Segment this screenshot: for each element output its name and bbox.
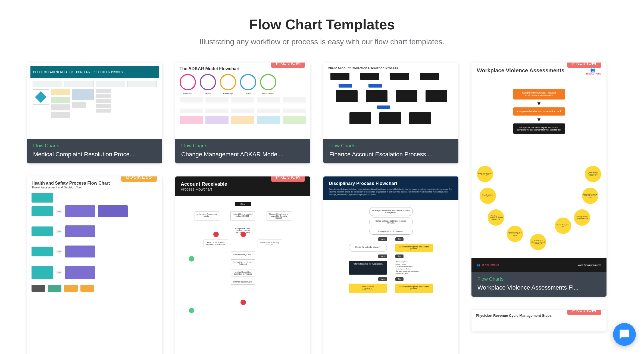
template-card-medical[interactable]: OFFICE OF PATIENT RELATIONS COMPLAINT RE…: [27, 63, 162, 163]
page-title: Flow Chart Templates: [27, 16, 617, 33]
card-category: Flow Charts: [33, 143, 156, 149]
flow-box: Complete the Risk Factor Selection Tool: [513, 107, 565, 116]
card-category: Flow Charts: [329, 143, 452, 149]
card-thumbnail: OFFICE OF PATIENT RELATIONS COMPLAINT RE…: [27, 63, 162, 139]
adkar-label: Knowledge: [220, 92, 236, 94]
risk-circle: Working in a Community-based Setting (CB…: [530, 234, 546, 250]
disc-dark-node: Refer to the police for investigation.: [349, 261, 387, 274]
risk-circle: Handling Cash (HC): [480, 188, 496, 204]
chat-widget-button[interactable]: [613, 323, 636, 346]
thumb-title: Workplace Violence Assessments: [477, 67, 601, 73]
thumb-title-b: Process Flowchart: [181, 187, 305, 191]
business-badge: BUSINESS: [121, 176, 157, 182]
adkar-label: Ability: [240, 92, 256, 94]
card-thumbnail: Disciplinary Process Flowchart Organizat…: [323, 176, 458, 354]
template-card-violence[interactable]: PREMIUM Workplace Violence Assessments 👥…: [471, 63, 607, 297]
ar-client-node: Client: [235, 202, 251, 206]
risk-circle: Mobile Workplace (MW): [555, 218, 571, 234]
disc-yellow-node: Consider other options and end the proce…: [395, 284, 433, 293]
flow-box: Complete the General Physical Environmen…: [513, 89, 565, 100]
yes-tag: Yes: [378, 237, 387, 241]
card-title: Finance Account Escalation Process ...: [329, 151, 452, 158]
card-thumbnail: Client Account Collection Escalation Pro…: [323, 63, 458, 139]
card-caption: Flow Charts Medical Complaint Resolution…: [27, 139, 162, 163]
disc-yellow-node: Consider other options and end the proce…: [395, 244, 433, 252]
page-root: Flow Chart Templates Illustrating any wo…: [0, 0, 644, 354]
grid-column: PREMIUM The ADKAR Model Flowchart Awaren…: [175, 63, 310, 354]
card-thumbnail: Health and Safety Process Flow Chart Thr…: [27, 176, 162, 354]
page-subtitle: Illustrating any workflow or process is …: [27, 38, 617, 46]
no-tag: No: [395, 254, 404, 258]
card-caption: Flow Charts Change Management ADKAR Mode…: [175, 139, 310, 163]
card-title: Workplace Violence Assessments Fl...: [477, 284, 601, 291]
thumb-subtitle: Organizations follow a disciplinary proc…: [329, 188, 453, 196]
disc-node: An alleged behavior or performance probl…: [369, 207, 413, 216]
thumb-title: Client Account Collection Escalation Pro…: [328, 66, 454, 70]
adkar-label: Awareness: [180, 92, 196, 94]
no-tag: No: [395, 277, 404, 281]
card-caption: Flow Charts Finance Account Escalation P…: [323, 139, 458, 163]
template-card-disc[interactable]: Disciplinary Process Flowchart Organizat…: [323, 176, 458, 354]
grid-column: Client Account Collection Escalation Pro…: [323, 63, 458, 354]
template-grid: OFFICE OF PATIENT RELATIONS COMPLAINT RE…: [27, 63, 617, 354]
risk-circle: Direct Contact with Clients (CC): [477, 166, 493, 182]
grid-column: OFFICE OF PATIENT RELATIONS COMPLAINT RE…: [27, 63, 162, 354]
card-caption: Flow Charts Workplace Violence Assessmen…: [471, 272, 607, 297]
card-category: Flow Charts: [477, 276, 601, 282]
chat-icon: [619, 329, 630, 340]
premium-badge: PREMIUM: [567, 63, 601, 68]
card-thumbnail: The ADKAR Model Flowchart Awareness Desi…: [175, 63, 310, 139]
template-card-adkar[interactable]: PREMIUM The ADKAR Model Flowchart Awaren…: [175, 63, 310, 163]
risk-circle: Working Alone or in Small Numbers (SN): [507, 226, 523, 242]
thumb-title: Disciplinary Process Flowchart: [329, 181, 453, 186]
risk-circle: Working with Unstable or Volatile Client…: [488, 209, 504, 226]
risk-circle: Working in High-Crime Areas (CA): [574, 209, 590, 226]
yes-tag: Yes: [378, 254, 387, 258]
adkar-label: Desire: [200, 92, 216, 94]
disc-node: Collect facts and get the right people i…: [369, 218, 413, 226]
template-card-finance[interactable]: Client Account Collection Escalation Pro…: [323, 63, 458, 163]
hr-logo: 👥 HR SOLUTIONS: [585, 67, 601, 75]
card-title: Medical Complaint Resolution Proce...: [33, 151, 156, 158]
card-thumbnail: Account Receivable Process Flowchart Cli…: [175, 176, 310, 354]
template-card-health[interactable]: BUSINESS Health and Safety Process Flow …: [27, 176, 162, 354]
premium-badge: PREMIUM: [567, 310, 601, 315]
grid-column: PREMIUM Workplace Violence Assessments 👥…: [471, 63, 607, 354]
thumb-title-a: Account Receivable: [181, 181, 305, 187]
page-header: Flow Chart Templates Illustrating any wo…: [27, 16, 617, 46]
risk-circle: Transporting People and/or Goods (TG): [585, 166, 601, 182]
adkar-label: Reinforcement: [260, 92, 276, 94]
template-card-physician[interactable]: PREMIUM Physician Revenue Cycle Manageme…: [471, 310, 607, 331]
risk-circle: Securing/Protecting Valuable Goods (SV): [582, 188, 598, 204]
footer-url: www.hrsolutions.com: [578, 264, 601, 266]
card-thumbnail: Workplace Violence Assessments 👥 HR SOLU…: [471, 63, 607, 272]
thumb-subtitle: Threat Assessment and Decision Tool: [32, 186, 158, 189]
thumb-header: OFFICE OF PATIENT RELATIONS COMPLAINT RE…: [30, 66, 159, 78]
premium-badge: PREMIUM: [271, 63, 305, 68]
disc-node: Should the police be advised?: [349, 244, 387, 252]
no-tag: No: [395, 237, 404, 241]
premium-badge: PREMIUM: [271, 176, 305, 182]
yes-tag: Yes: [378, 277, 387, 281]
template-card-ar[interactable]: PREMIUM Account Receivable Process Flowc…: [175, 176, 310, 354]
card-title: Change Management ADKAR Model...: [181, 151, 304, 158]
flow-box: If a specific risk exists in your workpl…: [513, 123, 565, 134]
disc-node: Enough evidence to proceed?: [369, 228, 413, 235]
card-category: Flow Charts: [181, 143, 304, 149]
